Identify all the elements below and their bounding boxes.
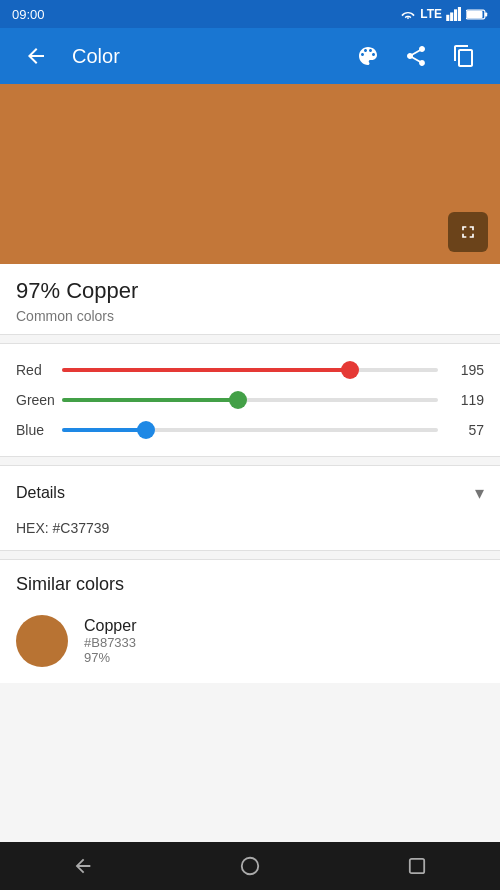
red-slider[interactable] <box>62 360 438 380</box>
back-button[interactable] <box>16 36 56 76</box>
nav-recents-button[interactable] <box>387 842 447 890</box>
back-arrow-icon <box>24 44 48 68</box>
svg-rect-5 <box>485 12 487 16</box>
color-name: 97% Copper <box>16 278 484 304</box>
svg-rect-3 <box>458 7 461 21</box>
details-header[interactable]: Details ▾ <box>0 466 500 520</box>
svg-rect-8 <box>409 859 423 873</box>
nav-recents-icon <box>408 857 426 875</box>
signal-icon <box>446 7 462 21</box>
share-icon <box>404 44 428 68</box>
chevron-down-icon: ▾ <box>475 482 484 504</box>
app-bar-title: Color <box>72 45 348 68</box>
status-icons: LTE <box>400 7 488 21</box>
details-title: Details <box>16 484 65 502</box>
battery-icon <box>466 8 488 21</box>
common-colors-label: Common colors <box>16 308 484 324</box>
green-slider[interactable] <box>62 390 438 410</box>
nav-home-button[interactable] <box>220 842 280 890</box>
sliders-section: Red 195 Green 119 Blue 57 <box>0 343 500 457</box>
blue-label: Blue <box>16 422 62 438</box>
similar-color-hex: #B87333 <box>84 635 136 650</box>
similar-color-percent: 97% <box>84 650 136 665</box>
blue-value: 57 <box>448 422 484 438</box>
app-bar-actions <box>348 36 484 76</box>
similar-colors-title: Similar colors <box>16 574 484 595</box>
svg-rect-2 <box>454 9 457 21</box>
color-preview <box>0 84 500 264</box>
wifi-icon <box>400 7 416 21</box>
green-label: Green <box>16 392 62 408</box>
nav-home-icon <box>239 855 261 877</box>
similar-color-info: Copper #B87333 97% <box>84 617 136 665</box>
red-value: 195 <box>448 362 484 378</box>
app-bar: Color <box>0 28 500 84</box>
nav-back-button[interactable] <box>53 842 113 890</box>
status-bar: 09:00 LTE <box>0 0 500 28</box>
svg-rect-6 <box>467 10 483 17</box>
svg-rect-0 <box>446 15 449 21</box>
similar-color-item[interactable]: Copper #B87333 97% <box>16 609 484 673</box>
svg-point-7 <box>242 858 259 875</box>
copy-icon <box>452 44 476 68</box>
nav-bar <box>0 842 500 890</box>
lte-label: LTE <box>420 7 442 21</box>
color-name-section: 97% Copper Common colors <box>0 264 500 335</box>
hex-value: HEX: #C37739 <box>0 520 500 550</box>
fullscreen-button[interactable] <box>448 212 488 252</box>
time-label: 09:00 <box>12 7 45 22</box>
similar-colors-section: Similar colors Copper #B87333 97% <box>0 559 500 683</box>
palette-button[interactable] <box>348 36 388 76</box>
nav-back-icon <box>72 855 94 877</box>
details-section: Details ▾ HEX: #C37739 <box>0 465 500 551</box>
blue-slider[interactable] <box>62 420 438 440</box>
red-label: Red <box>16 362 62 378</box>
fullscreen-icon <box>458 222 478 242</box>
similar-color-name: Copper <box>84 617 136 635</box>
green-slider-row: Green 119 <box>16 390 484 410</box>
red-slider-row: Red 195 <box>16 360 484 380</box>
copy-button[interactable] <box>444 36 484 76</box>
green-value: 119 <box>448 392 484 408</box>
similar-color-swatch <box>16 615 68 667</box>
blue-slider-row: Blue 57 <box>16 420 484 440</box>
palette-icon <box>356 44 380 68</box>
share-button[interactable] <box>396 36 436 76</box>
svg-rect-1 <box>450 12 453 21</box>
